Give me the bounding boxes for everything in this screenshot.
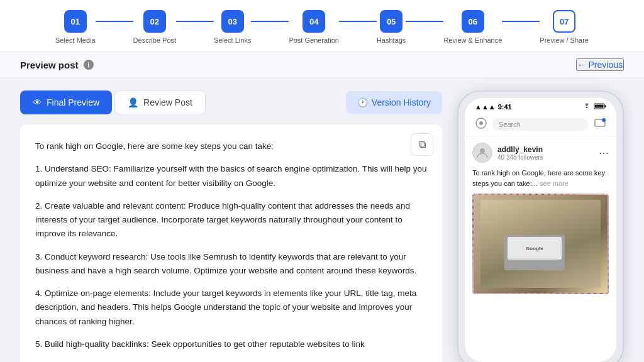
step-1[interactable]: 01 Select Media xyxy=(55,10,96,44)
svg-rect-1 xyxy=(605,105,606,107)
phone-time: 9:41 xyxy=(498,103,512,111)
svg-point-7 xyxy=(480,148,485,153)
phone-message-icon xyxy=(594,117,606,132)
version-history-button[interactable]: 🕐 Version History xyxy=(346,91,442,114)
step-1-label: Select Media xyxy=(55,36,96,44)
step-5-circle: 05 xyxy=(380,10,402,33)
review-post-label: Review Post xyxy=(143,97,192,107)
step-6-circle: 06 xyxy=(462,10,484,33)
connector-3 xyxy=(251,21,289,22)
step-3-circle: 03 xyxy=(221,10,244,33)
phone-post: addlly_kevin 40 348 followers ⋯ To rank … xyxy=(465,136,616,300)
phone-mockup: ▲▲▲ 9:41 xyxy=(457,90,624,362)
connector-6 xyxy=(502,21,540,22)
post-paragraph-2: 1. Understand SEO: Familiarize yourself … xyxy=(35,162,427,190)
stepper: 01 Select Media 02 Describe Post 03 Sele… xyxy=(55,10,589,44)
step-2-label: Describe Post xyxy=(133,36,176,44)
final-preview-label: Final Preview xyxy=(47,97,99,107)
version-history-label: Version History xyxy=(372,97,431,107)
phone-home-icon xyxy=(475,117,487,132)
phone-status-left: ▲▲▲ 9:41 xyxy=(475,103,512,111)
step-7-circle: 07 xyxy=(553,10,575,33)
phone-outer: ▲▲▲ 9:41 xyxy=(457,90,624,362)
step-4-circle: 04 xyxy=(303,10,325,33)
phone-caption-text: To rank high on Google, here are some ke… xyxy=(472,169,605,187)
step-2[interactable]: 02 Describe Post xyxy=(133,10,176,44)
step-4[interactable]: 04 Post Generation xyxy=(289,10,339,44)
phone-status-right xyxy=(582,103,606,111)
phone-status-bar: ▲▲▲ 9:41 xyxy=(465,98,616,113)
copy-button[interactable]: ⧉ xyxy=(411,133,433,156)
step-4-label: Post Generation xyxy=(289,36,339,44)
phone-caption: To rank high on Google, here are some ke… xyxy=(472,168,609,189)
copy-icon: ⧉ xyxy=(419,139,426,150)
phone-search-bar[interactable]: Search xyxy=(492,118,589,131)
connector-1 xyxy=(96,21,133,22)
content-area: ⧉ To rank high on Google, here are some … xyxy=(20,124,442,362)
svg-point-6 xyxy=(602,118,606,122)
step-6[interactable]: 06 Review & Enhance xyxy=(443,10,502,44)
phone-screen: ▲▲▲ 9:41 xyxy=(465,98,616,362)
post-text: To rank high on Google, here are some ke… xyxy=(35,140,427,351)
step-3-label: Select Links xyxy=(214,36,251,44)
svg-point-4 xyxy=(479,121,483,125)
info-icon[interactable]: i xyxy=(84,60,94,70)
phone-image-inner: Google xyxy=(480,200,601,288)
post-paragraph-5: 4. Optimize on-page elements: Include yo… xyxy=(35,287,427,329)
post-paragraph-4: 3. Conduct keyword research: Use tools l… xyxy=(35,250,427,278)
phone-user-info: addlly_kevin 40 348 followers xyxy=(497,145,594,161)
step-3[interactable]: 03 Select Links xyxy=(214,10,251,44)
preview-post-title: Preview post i xyxy=(20,60,94,70)
avatar xyxy=(472,143,492,163)
phone-image: Google xyxy=(472,194,609,294)
step-1-circle: 01 xyxy=(64,10,87,33)
user-icon: 👤 xyxy=(128,97,138,107)
clock-icon: 🕐 xyxy=(357,97,368,107)
laptop-shape: Google xyxy=(504,235,565,270)
eye-icon: 👁 xyxy=(33,97,42,107)
phone-post-header: addlly_kevin 40 348 followers ⋯ xyxy=(472,143,609,163)
post-paragraph-6: 5. Build high-quality backlinks: Seek op… xyxy=(35,337,427,351)
phone-username: addlly_kevin xyxy=(497,145,594,154)
step-5-label: Hashtags xyxy=(377,36,406,44)
phone-nav-bar: Search xyxy=(465,113,616,136)
svg-rect-2 xyxy=(595,105,604,108)
connector-5 xyxy=(406,21,443,22)
header-bar: Preview post i ← Previous xyxy=(0,52,644,78)
battery-icon xyxy=(594,103,606,111)
phone-more-icon[interactable]: ⋯ xyxy=(599,147,609,159)
tabs: 👁 Final Preview 👤 Review Post xyxy=(20,90,206,114)
connector-2 xyxy=(176,21,214,22)
main-content: 👁 Final Preview 👤 Review Post 🕐 Version … xyxy=(0,78,644,362)
tab-row: 👁 Final Preview 👤 Review Post 🕐 Version … xyxy=(20,90,442,114)
post-paragraph-3: 2. Create valuable and relevant content:… xyxy=(35,199,427,241)
final-preview-tab[interactable]: 👁 Final Preview xyxy=(20,90,112,114)
review-post-tab[interactable]: 👤 Review Post xyxy=(114,90,206,114)
wifi-icon xyxy=(582,103,591,111)
connector-4 xyxy=(339,21,377,22)
stepper-bar: 01 Select Media 02 Describe Post 03 Sele… xyxy=(0,0,644,52)
signal-icon: ▲▲▲ xyxy=(475,103,496,111)
left-panel: 👁 Final Preview 👤 Review Post 🕐 Version … xyxy=(20,90,442,362)
step-5[interactable]: 05 Hashtags xyxy=(377,10,406,44)
phone-followers: 40 348 followers xyxy=(497,154,594,161)
preview-post-text: Preview post xyxy=(20,60,79,70)
phone-search-placeholder: Search xyxy=(499,121,521,128)
step-6-label: Review & Enhance xyxy=(443,36,502,44)
post-paragraph-1: To rank high on Google, here are some ke… xyxy=(35,140,427,153)
see-more-link[interactable]: see more xyxy=(540,180,569,187)
step-2-circle: 02 xyxy=(143,10,166,33)
laptop-screen: Google xyxy=(508,237,562,260)
step-7-label: Preview / Share xyxy=(540,36,589,44)
step-7[interactable]: 07 Preview / Share xyxy=(540,10,589,44)
previous-button[interactable]: ← Previous xyxy=(576,58,624,71)
